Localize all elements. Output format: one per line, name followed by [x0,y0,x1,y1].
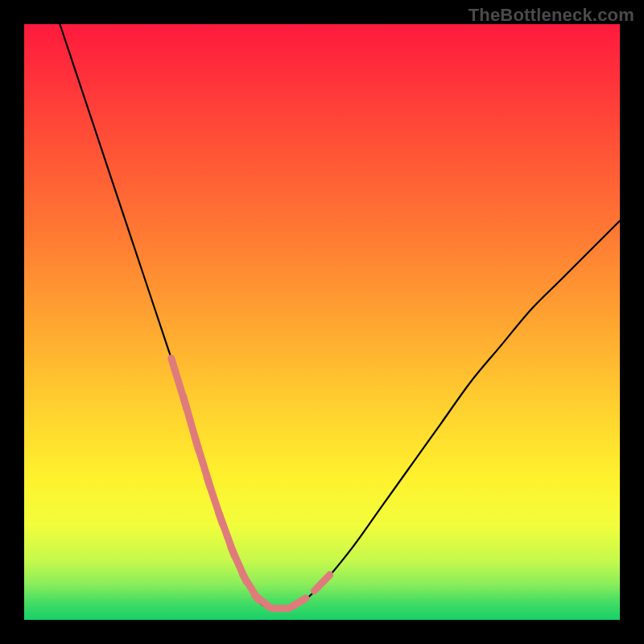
valley-marker [291,598,306,608]
bottleneck-curve [60,24,620,611]
curve-svg [24,24,620,620]
valley-marker [314,575,329,591]
valley-markers [171,358,330,609]
watermark-text: TheBottleneck.com [469,5,634,26]
chart-frame: TheBottleneck.com [0,0,644,644]
valley-marker [254,596,270,608]
plot-area [24,24,620,620]
